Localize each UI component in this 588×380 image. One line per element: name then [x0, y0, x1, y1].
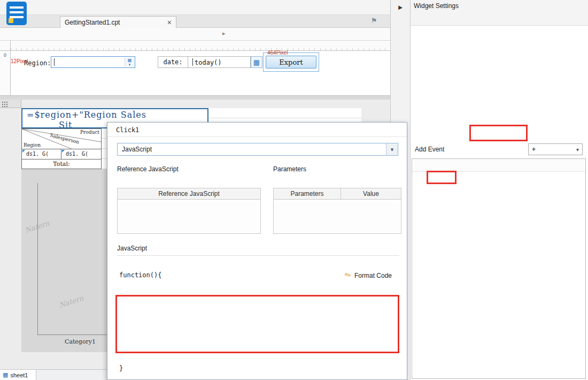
formula-text-line2: Sit [59, 120, 73, 128]
add-event-row: Add Event + ▾ [411, 140, 588, 158]
total-cell[interactable]: Total: [22, 159, 101, 169]
diag-left-label: Region [24, 142, 41, 148]
function-close-text: } [119, 364, 123, 372]
date-label: date: [163, 58, 182, 66]
javascript-section-label: JavaScript [117, 245, 147, 252]
text-cursor [192, 58, 193, 66]
logo-stripe [10, 11, 24, 13]
javascript-section-divider [117, 255, 399, 256]
finereport-designer-window: GettingStarted1.cpt × ⚑ ▸ 0 12Pixel Regi… [0, 0, 588, 380]
date-value: today() [195, 59, 222, 66]
plus-icon: + [532, 146, 536, 153]
selection-size-label: 464Pixel [267, 50, 288, 56]
parameters-column-header: Parameters [273, 188, 341, 200]
select-all-corner[interactable] [0, 100, 21, 108]
chart-category-label: Category1 [48, 338, 107, 345]
widget-settings-panel: Widget Settings Add Event + ▾ [411, 0, 588, 380]
parameters-table-body[interactable] [273, 200, 401, 234]
chart-object[interactable]: Category1 Natern Natern [21, 169, 107, 352]
horizontal-ruler [11, 41, 390, 51]
watermark-text: Natern [58, 294, 84, 309]
reference-js-label: Reference JavaScript [117, 165, 179, 173]
widget-toolbar [0, 28, 390, 41]
format-code-button[interactable]: Format Code [354, 272, 392, 279]
sheet-grid-icon: ▦ [3, 371, 8, 378]
logo-pencil [9, 18, 13, 23]
region-widget-label: Region: [24, 59, 51, 67]
parameters-label: Parameters [273, 165, 306, 173]
sheet-tab[interactable]: ▦ sheet1 [0, 370, 36, 380]
widget-tree [411, 26, 588, 126]
chevron-down-icon: ▾ [576, 147, 579, 153]
parameters-table-headers: Parameters Value [273, 188, 401, 200]
logo-stripe [10, 6, 24, 9]
report-table[interactable]: Product Salesperson Region ds1. G( ds1. … [21, 128, 102, 169]
widget-marker-icon [62, 150, 65, 153]
sheet-tab-label: sheet1 [10, 372, 28, 378]
add-event-label: Add Event [415, 146, 444, 153]
dialog-title-divider [107, 136, 407, 137]
value-column-header: Value [341, 188, 401, 200]
tab-label: GettingStarted1.cpt [65, 19, 120, 26]
header-label: Value [363, 190, 379, 197]
event-list-toolbar [412, 159, 585, 172]
text-cursor [54, 58, 55, 66]
ruler-corner [0, 41, 11, 51]
document-tabbar [0, 15, 390, 28]
event-type-dropdown[interactable]: JavaScript ▾ [117, 143, 398, 156]
canvas-separator [0, 95, 390, 100]
event-type-value: JavaScript [122, 146, 152, 153]
column-headers [21, 100, 361, 108]
vertical-ruler: 0 [0, 51, 11, 95]
chevron-down-icon: ▾ [391, 146, 394, 153]
cell-value: ds1. G( [66, 151, 88, 157]
function-open-text: function(){ [119, 271, 161, 279]
reference-js-table-body[interactable] [117, 200, 261, 234]
export-button[interactable]: Export [266, 56, 316, 69]
add-event-dropdown[interactable]: + ▾ [528, 143, 583, 155]
panel-tabs [411, 126, 588, 140]
param-grid-icon: ▦ [128, 58, 132, 63]
chart-y-axis-line [37, 183, 38, 335]
calendar-icon: ▦ [253, 58, 260, 66]
header-label: Parameters [290, 190, 323, 197]
event-list-container [412, 158, 586, 379]
total-label: Total: [53, 161, 69, 168]
cell-value: ds1. G( [26, 151, 49, 157]
panel-title: Widget Settings [414, 2, 459, 10]
formula-text-line1: =$region+"Region Sales [27, 110, 146, 120]
diagonal-header-cell[interactable]: Product Salesperson Region [22, 129, 101, 149]
header-label: Reference JavaScript [158, 190, 220, 197]
widget-marker-icon [22, 150, 25, 153]
parameters-table[interactable]: Parameters Value [273, 188, 401, 234]
app-logo-icon[interactable] [6, 2, 27, 25]
date-widget-label-box: date: [158, 56, 188, 68]
date-input[interactable]: today() [188, 56, 251, 68]
annotation-code-box[interactable] [115, 295, 399, 353]
document-tab[interactable]: GettingStarted1.cpt × [60, 16, 176, 28]
ruler-origin-label: 0 [4, 52, 6, 58]
flag-icon[interactable]: ⚑ [371, 17, 377, 25]
parameter-picker-button[interactable]: ▦ ▾ [125, 57, 134, 67]
data-cell[interactable]: ds1. G( [61, 149, 101, 159]
chevron-down-icon: ▾ [129, 63, 131, 66]
row-headers [0, 108, 21, 352]
data-cell[interactable]: ds1. G( [22, 149, 61, 159]
calendar-button[interactable]: ▦ [251, 56, 262, 68]
toolbar-overflow-icon[interactable]: ▸ [222, 30, 226, 37]
form-canvas[interactable]: 12Pixel Region: ▦ ▾ date: today() ▦ Expo… [11, 51, 390, 95]
region-input[interactable]: ▦ ▾ [51, 56, 135, 68]
reference-js-table-header: Reference JavaScript [117, 188, 261, 200]
tab-close-icon[interactable]: × [167, 18, 172, 27]
reference-js-table[interactable]: Reference JavaScript [117, 188, 261, 234]
panel-toolbar [411, 12, 588, 26]
drag-dots-icon [2, 101, 7, 107]
ruler-minor-ticks [11, 48, 390, 50]
format-code-brush-icon: ✎ [343, 270, 353, 280]
panel-header: Widget Settings [411, 0, 588, 12]
collapse-panel-icon[interactable]: ▶ [398, 4, 403, 10]
main-toolbar [0, 0, 390, 15]
chart-x-axis-line [37, 335, 107, 335]
export-button-label: Export [279, 58, 303, 66]
dropdown-arrow-button[interactable]: ▾ [386, 143, 398, 155]
